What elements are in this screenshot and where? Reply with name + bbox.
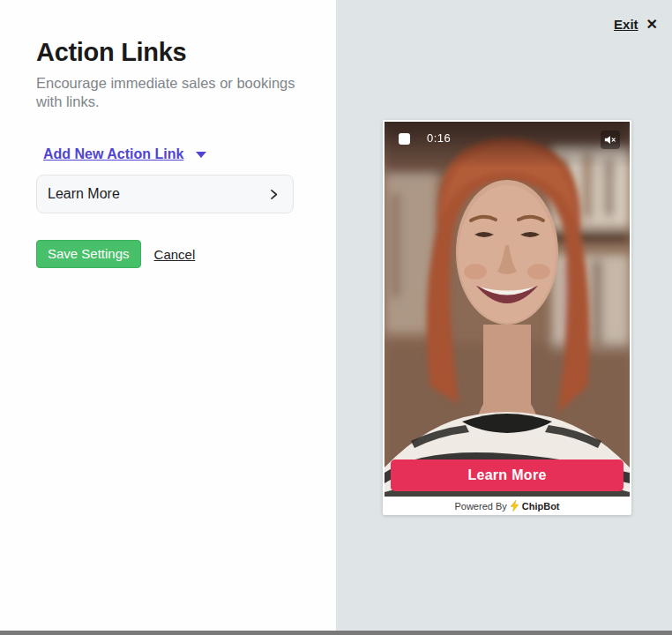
chevron-right-icon bbox=[267, 188, 280, 201]
video-still bbox=[385, 122, 630, 497]
add-new-action-link[interactable]: Add New Action Link bbox=[43, 146, 183, 162]
page-title: Action Links bbox=[36, 38, 300, 67]
video-timestamp: 0:16 bbox=[427, 131, 451, 145]
page-subtitle: Encourage immediate sales or bookings wi… bbox=[36, 74, 300, 111]
action-link-item[interactable]: Learn More bbox=[36, 175, 294, 213]
brand-name: ChipBot bbox=[522, 501, 560, 512]
exit-row: Exit ✕ bbox=[614, 17, 658, 32]
preview-panel: Exit ✕ bbox=[336, 0, 672, 635]
video-widget-card: 0:16 Learn More Powered By ChipBot bbox=[383, 120, 631, 515]
video-cta-button[interactable]: Learn More bbox=[391, 459, 623, 491]
window-bottom-edge bbox=[0, 631, 672, 635]
cancel-link[interactable]: Cancel bbox=[154, 247, 196, 262]
lightning-icon bbox=[511, 500, 519, 512]
close-icon[interactable]: ✕ bbox=[646, 18, 658, 32]
mute-icon[interactable] bbox=[601, 131, 620, 149]
video-player[interactable]: 0:16 Learn More bbox=[385, 122, 630, 497]
exit-link[interactable]: Exit bbox=[614, 17, 638, 32]
add-action-link-row: Add New Action Link bbox=[36, 146, 300, 162]
stop-icon[interactable] bbox=[399, 133, 410, 145]
caret-down-icon[interactable] bbox=[196, 152, 206, 158]
powered-by-text: Powered By bbox=[454, 501, 506, 512]
save-settings-button[interactable]: Save Settings bbox=[36, 240, 141, 268]
action-link-label: Learn More bbox=[48, 186, 120, 202]
form-actions: Save Settings Cancel bbox=[36, 240, 300, 268]
video-top-gradient bbox=[385, 122, 630, 168]
settings-panel: Action Links Encourage immediate sales o… bbox=[0, 0, 336, 635]
powered-by-bar[interactable]: Powered By ChipBot bbox=[385, 497, 630, 515]
